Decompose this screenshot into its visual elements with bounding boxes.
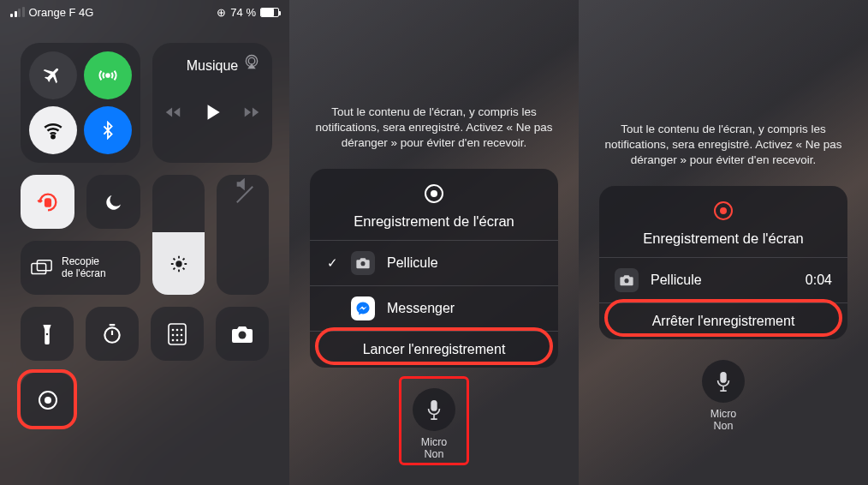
- bluetooth-toggle[interactable]: [84, 106, 132, 154]
- screen-mirror-label: Recopie de l'écran: [62, 256, 106, 280]
- svg-rect-6: [37, 260, 51, 270]
- elapsed-time: 0:04: [806, 272, 832, 288]
- microphone-toggle[interactable]: Micro Non: [702, 360, 745, 432]
- volume-slider[interactable]: [217, 175, 269, 295]
- target-pellicule[interactable]: Pellicule 0:04: [599, 257, 847, 302]
- svg-point-19: [181, 338, 183, 341]
- svg-point-11: [172, 328, 175, 331]
- svg-point-23: [624, 278, 628, 283]
- panel-stop-recording: Tout le contenu de l'écran, y compris le…: [579, 0, 868, 485]
- svg-point-13: [181, 328, 183, 331]
- target-label: Messenger: [387, 301, 455, 316]
- target-pellicule[interactable]: ✓ Pellicule: [310, 240, 558, 285]
- next-track-button[interactable]: [242, 103, 261, 122]
- micro-label: Micro: [702, 408, 745, 420]
- svg-point-16: [181, 333, 183, 336]
- microphone-icon: [715, 371, 732, 392]
- screen-mirror-icon: [31, 259, 53, 278]
- panel-control-center: Orange F 4G ⊕ 74 %: [0, 0, 289, 485]
- svg-rect-24: [720, 372, 726, 383]
- prev-track-button[interactable]: [163, 103, 182, 122]
- record-modal: Enregistrement de l'écran ✓ Pellicule Me…: [310, 169, 558, 368]
- warning-text: Tout le contenu de l'écran, y compris le…: [314, 105, 554, 152]
- svg-point-8: [46, 332, 48, 334]
- svg-rect-4: [45, 199, 51, 206]
- svg-point-18: [176, 338, 179, 341]
- svg-point-15: [176, 333, 179, 336]
- svg-point-1: [51, 135, 54, 138]
- microphone-toggle[interactable]: Micro Non: [413, 388, 455, 460]
- svg-point-3: [248, 57, 255, 64]
- svg-rect-5: [32, 263, 46, 273]
- micro-label: Micro: [413, 436, 455, 448]
- brightness-slider[interactable]: [152, 175, 205, 295]
- flashlight-button[interactable]: [21, 307, 74, 361]
- record-title: Enregistrement de l'écran: [310, 213, 558, 230]
- play-button[interactable]: [201, 101, 223, 123]
- photos-app-icon: [351, 251, 375, 275]
- screen-record-button[interactable]: [21, 373, 74, 427]
- sun-icon: [169, 254, 188, 273]
- calculator-button[interactable]: [151, 307, 204, 361]
- svg-point-17: [172, 338, 175, 341]
- carrier-label: Orange F 4G: [29, 6, 94, 19]
- svg-point-21: [360, 261, 365, 266]
- record-modal-active: Enregistrement de l'écran Pellicule 0:04…: [599, 186, 847, 339]
- svg-point-20: [239, 331, 247, 338]
- cellular-toggle[interactable]: [84, 51, 132, 99]
- status-bar: Orange F 4G ⊕ 74 %: [0, 0, 289, 19]
- svg-rect-22: [431, 400, 437, 411]
- rotation-lock-toggle[interactable]: [21, 175, 74, 229]
- warning-text: Tout le contenu de l'écran, y compris le…: [603, 122, 843, 169]
- micro-state: Non: [702, 420, 745, 432]
- do-not-disturb-toggle[interactable]: [86, 175, 140, 229]
- lock-rotation-icon: ⊕: [217, 6, 226, 19]
- battery-icon: [260, 8, 279, 17]
- airplay-icon[interactable]: [243, 53, 260, 70]
- battery-pct: 74 %: [230, 6, 256, 19]
- start-record-button[interactable]: Lancer l'enregistrement: [310, 331, 558, 368]
- micro-state: Non: [413, 448, 455, 460]
- check-icon: ✓: [325, 255, 339, 271]
- panel-start-recording: Tout le contenu de l'écran, y compris le…: [289, 0, 579, 485]
- camera-button[interactable]: [216, 307, 269, 361]
- timer-button[interactable]: [86, 307, 139, 361]
- target-messenger[interactable]: Messenger: [310, 285, 558, 331]
- connectivity-tile: [21, 43, 140, 163]
- svg-point-12: [176, 328, 179, 331]
- screen-mirror-button[interactable]: Recopie de l'écran: [21, 241, 140, 295]
- target-label: Pellicule: [651, 272, 702, 288]
- wifi-toggle[interactable]: [29, 106, 77, 154]
- stop-record-button[interactable]: Arrêter l'enregistrement: [599, 302, 847, 339]
- messenger-app-icon: [351, 296, 375, 320]
- svg-point-7: [175, 260, 181, 266]
- microphone-icon: [425, 399, 443, 420]
- record-icon: [425, 184, 443, 203]
- photos-app-icon: [615, 268, 639, 292]
- target-label: Pellicule: [387, 255, 438, 271]
- music-tile[interactable]: Musique: [152, 43, 272, 163]
- svg-point-0: [106, 74, 109, 76]
- svg-point-14: [172, 333, 175, 336]
- signal-icon: [10, 8, 25, 17]
- record-title: Enregistrement de l'écran: [599, 231, 847, 247]
- mute-icon: [234, 175, 253, 194]
- record-icon: [39, 391, 57, 410]
- record-icon-active: [714, 201, 733, 220]
- airplane-toggle[interactable]: [29, 51, 77, 99]
